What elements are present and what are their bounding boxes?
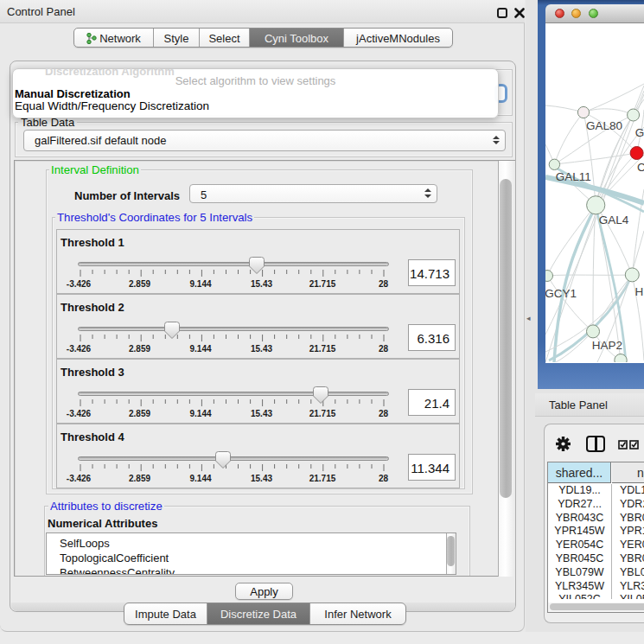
svg-text:15.43: 15.43	[251, 409, 272, 418]
svg-text:GAL4: GAL4	[599, 214, 629, 226]
svg-text:15.43: 15.43	[251, 279, 272, 289]
svg-text:15.43: 15.43	[251, 344, 272, 354]
svg-text:-3.426: -3.426	[67, 279, 92, 289]
svg-text:HAP2: HAP2	[592, 339, 622, 352]
svg-text:9.144: 9.144	[189, 344, 211, 354]
svg-text:9.144: 9.144	[189, 279, 211, 289]
svg-text:-3.426: -3.426	[67, 344, 92, 354]
svg-text:15.43: 15.43	[251, 474, 272, 483]
svg-text:21.715: 21.715	[309, 409, 336, 418]
svg-text:-3.426: -3.426	[67, 474, 92, 483]
svg-text:28: 28	[379, 279, 389, 289]
svg-text:H: H	[634, 285, 643, 298]
svg-text:C: C	[637, 161, 644, 174]
svg-text:28: 28	[379, 409, 389, 418]
svg-text:G.: G.	[635, 126, 644, 139]
svg-text:2.859: 2.859	[129, 344, 150, 354]
svg-text:2.859: 2.859	[129, 279, 150, 289]
svg-text:2.859: 2.859	[129, 409, 150, 418]
svg-text:GCY1: GCY1	[545, 287, 577, 300]
svg-text:9.144: 9.144	[189, 409, 211, 418]
svg-text:GAL80: GAL80	[586, 119, 622, 132]
svg-text:-3.426: -3.426	[67, 409, 92, 418]
svg-text:21.715: 21.715	[309, 344, 336, 354]
svg-text:21.715: 21.715	[309, 279, 336, 289]
svg-text:21.715: 21.715	[309, 474, 336, 483]
svg-text:28: 28	[379, 344, 389, 354]
svg-text:2.859: 2.859	[129, 474, 150, 483]
svg-text:28: 28	[379, 474, 389, 483]
svg-text:9.144: 9.144	[189, 474, 211, 483]
svg-text:GAL11: GAL11	[556, 170, 591, 183]
